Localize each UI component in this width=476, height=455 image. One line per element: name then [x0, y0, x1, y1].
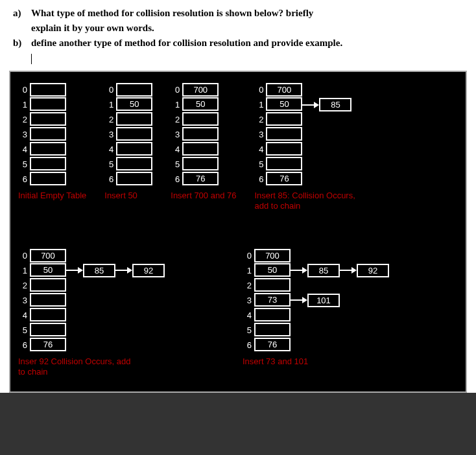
hash-cell — [30, 308, 66, 321]
row-index: 2 — [254, 115, 263, 124]
hash-cell: 50 — [116, 97, 152, 111]
row-index: 6 — [18, 340, 27, 350]
row-index: 3 — [18, 296, 27, 305]
row-index: 6 — [18, 174, 27, 184]
row-index: 1 — [243, 266, 252, 275]
hash-cell — [182, 112, 219, 126]
hash-cell: 76 — [30, 338, 66, 351]
row-index: 1 — [171, 100, 180, 110]
hash-cell — [30, 323, 66, 336]
hash-cell: 76 — [182, 172, 219, 185]
hash-cell: 50 — [30, 263, 66, 277]
question-b: define another type of method for collis… — [31, 36, 463, 50]
hash-cell: 76 — [266, 172, 302, 185]
row-index: 1 — [18, 266, 27, 275]
hash-cell — [30, 142, 66, 156]
hash-cell: 50 — [182, 97, 219, 111]
arrow-icon — [302, 99, 319, 111]
diagram-row-2: 0700 1 50 85 92 2 3 — [18, 248, 458, 378]
row-index: 3 — [171, 130, 180, 139]
hash-cell — [116, 112, 152, 126]
hash-cell — [116, 127, 152, 141]
row-index: 2 — [171, 115, 180, 124]
row-index: 5 — [243, 325, 252, 335]
panel-caption: Insert 85: Collision Occurs, add to chai… — [254, 191, 371, 212]
row-index: 3 — [254, 130, 263, 139]
marker-a: a) — [13, 6, 31, 20]
row-index: 2 — [243, 281, 252, 290]
hash-cell: 700 — [254, 249, 291, 262]
panel-insert92: 0700 1 50 85 92 2 3 — [18, 248, 165, 378]
row-index: 6 — [254, 174, 263, 184]
panel-caption: Insert 700 and 76 — [171, 191, 236, 201]
row-index: 2 — [104, 115, 113, 124]
row-index: 2 — [18, 281, 27, 290]
panel-insert700-76: 0700 150 2 3 4 5 676 Insert 700 and 76 — [171, 82, 236, 201]
arrow-icon — [115, 264, 132, 277]
diagram: 0 1 2 3 4 5 6 Initial Empty Table 0 150 — [9, 71, 467, 393]
hash-cell — [30, 127, 66, 141]
row-index: 0 — [104, 85, 113, 95]
row-index: 5 — [18, 159, 27, 169]
hash-cell — [254, 278, 291, 292]
hash-cell — [182, 157, 219, 170]
page: a) What type of method for collision res… — [0, 0, 476, 393]
hash-cell — [182, 142, 219, 156]
row-index: 1 — [254, 100, 263, 110]
panel-insert85: 0700 1 50 85 2 3 4 5 67 — [254, 82, 371, 212]
hash-cell — [30, 157, 66, 170]
chain-node: 85 — [307, 264, 340, 277]
chain-node: 92 — [132, 264, 165, 277]
row-index: 4 — [243, 310, 252, 320]
hash-cell: 73 — [254, 293, 291, 307]
hash-cell — [254, 323, 291, 336]
hash-cell — [30, 97, 66, 111]
arrow-icon — [66, 264, 83, 277]
chain-node: 85 — [319, 98, 351, 111]
text-cursor-icon — [31, 54, 32, 64]
hash-cell — [30, 172, 66, 185]
hash-cell — [116, 157, 152, 170]
marker-b: b) — [13, 36, 31, 50]
row-index: 5 — [18, 325, 27, 335]
arrow-icon — [291, 294, 307, 307]
row-index: 2 — [18, 115, 27, 124]
arrow-icon — [291, 264, 307, 277]
row-index: 6 — [243, 340, 252, 350]
text-cursor-area[interactable] — [31, 51, 463, 63]
hash-cell — [30, 112, 66, 126]
row-index: 0 — [18, 85, 27, 95]
question-a-line1: What type of method for collision resolu… — [31, 6, 463, 20]
diagram-row-1: 0 1 2 3 4 5 6 Initial Empty Table 0 150 — [18, 82, 458, 212]
row-index: 5 — [254, 159, 263, 169]
question-block: a) What type of method for collision res… — [0, 0, 476, 68]
chain-node: 85 — [83, 264, 115, 277]
hash-cell — [182, 127, 219, 141]
row-index: 1 — [18, 100, 27, 110]
panel-caption: Insert 50 — [104, 191, 137, 201]
hash-cell — [266, 127, 302, 141]
hash-cell — [266, 142, 302, 156]
row-index: 0 — [243, 251, 252, 261]
panel-caption: Insert 73 and 101 — [243, 356, 308, 367]
panel-insert50: 0 150 2 3 4 5 6 Insert 50 — [104, 82, 152, 201]
hash-cell: 700 — [182, 83, 219, 97]
hash-cell — [266, 157, 302, 170]
panel-caption: Inser 92 Collision Occurs, add to chain — [18, 356, 135, 378]
row-index: 5 — [104, 159, 113, 169]
panel-insert73-101: 0700 1 50 85 92 2 — [243, 248, 389, 367]
row-index: 0 — [254, 85, 263, 95]
row-index: 6 — [171, 174, 180, 184]
hash-cell: 76 — [254, 338, 291, 351]
hash-cell: 700 — [30, 249, 66, 262]
chain-node: 92 — [357, 264, 389, 277]
row-index: 3 — [104, 130, 113, 139]
question-a-line2: explain it by your own words. — [31, 21, 463, 35]
hash-cell: 50 — [254, 263, 291, 277]
hash-cell — [116, 172, 152, 185]
row-index: 0 — [18, 251, 27, 261]
row-index: 3 — [243, 296, 252, 305]
hash-cell — [254, 308, 291, 321]
row-index: 4 — [18, 310, 27, 320]
row-index: 6 — [104, 174, 113, 184]
